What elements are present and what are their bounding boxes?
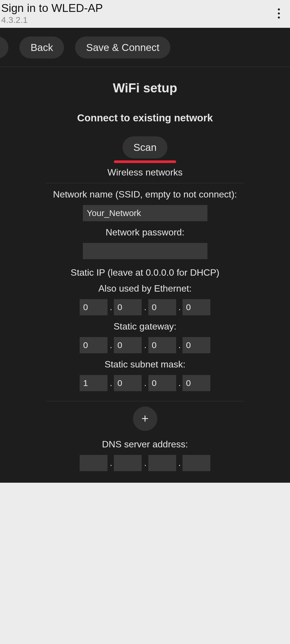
- ip-dot: .: [107, 302, 114, 312]
- gateway-label: Static gateway:: [0, 321, 290, 332]
- divider: [46, 401, 244, 401]
- dns-octet-2[interactable]: [114, 455, 142, 471]
- back-button[interactable]: Back: [19, 36, 64, 58]
- gateway-octet-3[interactable]: [148, 337, 176, 353]
- static-ip-octet-2[interactable]: [114, 299, 142, 315]
- divider: [46, 183, 244, 183]
- more-menu-icon[interactable]: [271, 5, 286, 22]
- ip-dot: .: [176, 378, 183, 388]
- connect-heading: Connect to existing network: [0, 112, 290, 124]
- ip-dot: .: [107, 340, 114, 350]
- ip-dot: .: [176, 340, 183, 350]
- gateway-octet-2[interactable]: [114, 337, 142, 353]
- gateway-octet-4[interactable]: [183, 337, 210, 353]
- wireless-networks-label: Wireless networks: [0, 167, 290, 178]
- ip-dot: .: [107, 378, 114, 388]
- ip-dot: .: [142, 302, 148, 312]
- static-ip-label: Static IP (leave at 0.0.0.0 for DHCP): [0, 267, 290, 278]
- ip-dot: .: [142, 458, 148, 468]
- save-connect-button[interactable]: Save & Connect: [75, 36, 170, 58]
- scan-button[interactable]: Scan: [123, 136, 168, 158]
- dns-row: . . .: [0, 455, 290, 471]
- ip-dot: .: [176, 458, 183, 468]
- password-label: Network password:: [0, 227, 290, 238]
- captive-portal-bar: Sign in to WLED-AP 4.3.2.1: [0, 0, 290, 28]
- gateway-octet-1[interactable]: [80, 337, 107, 353]
- page-title: WiFi setup: [0, 81, 290, 95]
- ip-dot: .: [142, 340, 148, 350]
- scan-highlight: [114, 160, 176, 163]
- app-content: ? Back Save & Connect WiFi setup Connect…: [0, 28, 290, 483]
- subnet-octet-4[interactable]: [183, 375, 210, 391]
- subnet-octet-2[interactable]: [114, 375, 142, 391]
- captive-portal-title: Sign in to WLED-AP: [1, 2, 103, 14]
- ip-dot: .: [142, 378, 148, 388]
- subnet-row: . . .: [0, 375, 290, 391]
- subnet-octet-1[interactable]: [80, 375, 107, 391]
- subnet-octet-3[interactable]: [148, 375, 176, 391]
- static-ip-octet-4[interactable]: [183, 299, 210, 315]
- ethernet-label: Also used by Ethernet:: [0, 283, 290, 294]
- static-ip-octet-1[interactable]: [80, 299, 107, 315]
- add-network-button[interactable]: +: [133, 407, 157, 431]
- dns-label: DNS server address:: [0, 439, 290, 450]
- dns-octet-4[interactable]: [183, 455, 210, 471]
- ssid-input[interactable]: [83, 205, 207, 221]
- captive-portal-title-block: Sign in to WLED-AP 4.3.2.1: [1, 2, 103, 25]
- captive-portal-subtitle: 4.3.2.1: [1, 15, 103, 25]
- static-ip-row: . . .: [0, 299, 290, 315]
- ip-dot: .: [176, 302, 183, 312]
- dns-octet-1[interactable]: [80, 455, 107, 471]
- help-button[interactable]: ?: [0, 36, 8, 58]
- subnet-label: Static subnet mask:: [0, 359, 290, 370]
- top-button-bar: ? Back Save & Connect: [0, 36, 290, 67]
- ip-dot: .: [107, 458, 114, 468]
- ssid-label: Network name (SSID, empty to not connect…: [0, 189, 290, 200]
- dns-octet-3[interactable]: [148, 455, 176, 471]
- gateway-row: . . .: [0, 337, 290, 353]
- password-input[interactable]: [83, 243, 207, 259]
- static-ip-octet-3[interactable]: [148, 299, 176, 315]
